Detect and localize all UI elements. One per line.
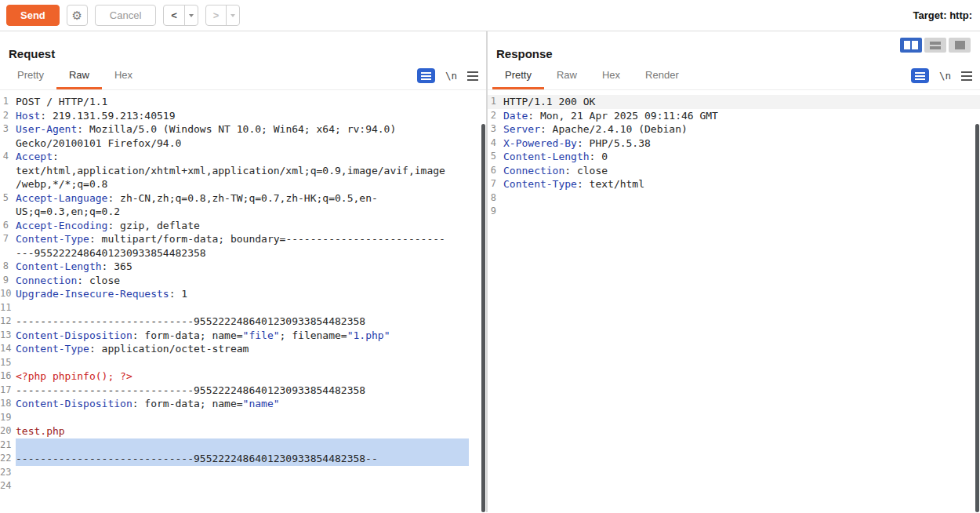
forward-dropdown-button[interactable] (226, 5, 239, 25)
code-line[interactable]: 19 (0, 411, 486, 425)
forward-arrow-label[interactable]: > (206, 5, 227, 25)
code-line[interactable]: 4Accept: text/html,application/xhtml+xml… (0, 150, 486, 191)
settings-gear-button[interactable]: ⚙ (67, 5, 88, 26)
code-line[interactable]: 8Content-Length: 365 (0, 260, 486, 274)
layout-rows-button[interactable] (924, 38, 946, 53)
hamburger-menu-icon[interactable] (467, 71, 478, 81)
line-content: X-Powered-By: PHP/5.5.38 (503, 136, 933, 151)
line-content (16, 479, 445, 493)
code-line[interactable]: 2Host: 219.131.59.213:40519 (0, 109, 486, 123)
line-number: 12 (0, 315, 16, 329)
line-content: Accept-Encoding: gzip, deflate (16, 219, 445, 233)
response-tab-bar: Pretty Raw Hex Render \n (488, 62, 980, 90)
code-line[interactable]: 3User-Agent: Mozilla/5.0 (Windows NT 10.… (0, 122, 486, 150)
hamburger-menu-icon[interactable] (961, 71, 972, 81)
code-line[interactable]: 24 (0, 479, 486, 493)
line-number: 19 (0, 411, 16, 425)
code-line[interactable]: 22-----------------------------955222248… (0, 452, 486, 466)
line-content: Content-Type: text/html (503, 177, 933, 191)
layout-single-button[interactable] (949, 38, 971, 53)
code-line[interactable]: 21 (0, 438, 486, 453)
response-tab-hex[interactable]: Hex (590, 62, 633, 89)
code-line[interactable]: 3Server: Apache/2.4.10 (Debian) (488, 122, 980, 136)
code-line[interactable]: 1HTTP/1.1 200 OK (488, 95, 980, 109)
code-line[interactable]: 8 (488, 191, 980, 206)
back-arrow-label[interactable]: < (164, 5, 184, 25)
code-line[interactable]: 6Connection: close (488, 164, 980, 178)
line-number: 2 (488, 109, 503, 123)
line-content (16, 438, 469, 453)
line-content: POST / HTTP/1.1 (16, 95, 445, 109)
code-line[interactable]: 2Date: Mon, 21 Apr 2025 09:11:46 GMT (488, 109, 980, 123)
request-editor[interactable]: 1POST / HTTP/1.12Host: 219.131.59.213:40… (0, 90, 486, 512)
line-content: Host: 219.131.59.213:40519 (16, 109, 445, 123)
single-pane-icon (955, 41, 965, 49)
line-number: 18 (0, 397, 16, 411)
line-number: 2 (0, 109, 16, 123)
code-line[interactable]: 9Connection: close (0, 274, 486, 288)
line-number: 5 (0, 191, 16, 219)
code-line[interactable]: 11 (0, 301, 486, 315)
request-scrollbar[interactable] (481, 124, 485, 512)
code-line[interactable]: 20test.php (0, 424, 486, 438)
line-content: -----------------------------95522224864… (16, 384, 445, 398)
columns-icon (904, 41, 910, 49)
code-line[interactable]: 4X-Powered-By: PHP/5.5.38 (488, 136, 980, 151)
line-number: 8 (488, 191, 503, 206)
line-number: 14 (0, 342, 16, 356)
line-content: test.php (16, 424, 445, 438)
newline-toggle-icon[interactable]: \n (939, 70, 951, 82)
code-line[interactable]: 5Accept-Language: zh-CN,zh;q=0.8,zh-TW;q… (0, 191, 486, 219)
code-line[interactable]: 7Content-Type: multipart/form-data; boun… (0, 232, 486, 260)
request-tab-pretty[interactable]: Pretty (5, 62, 56, 89)
layout-columns-button[interactable] (900, 38, 922, 53)
line-number: 6 (0, 219, 16, 233)
code-line[interactable]: 16<?php phpinfo(); ?> (0, 369, 486, 384)
prettify-icon[interactable] (911, 68, 929, 83)
code-line[interactable]: 10Upgrade-Insecure-Requests: 1 (0, 287, 486, 301)
line-number: 24 (0, 479, 16, 493)
code-line[interactable]: 18Content-Disposition: form-data; name="… (0, 397, 486, 411)
response-tab-raw[interactable]: Raw (544, 62, 590, 89)
history-forward-button[interactable]: > (205, 5, 241, 26)
send-button[interactable]: Send (6, 5, 60, 26)
code-line[interactable]: 15 (0, 356, 486, 370)
request-tab-raw[interactable]: Raw (56, 62, 102, 89)
response-scrollbar[interactable] (975, 124, 979, 512)
line-content: -----------------------------95522224864… (16, 315, 445, 329)
code-line[interactable]: 6Accept-Encoding: gzip, deflate (0, 219, 486, 233)
target-label[interactable]: Target: http: (913, 9, 972, 21)
line-content: Accept: text/html,application/xhtml+xml,… (16, 150, 445, 191)
newline-toggle-icon[interactable]: \n (445, 70, 457, 82)
code-line[interactable]: 9 (488, 205, 980, 219)
response-tab-render[interactable]: Render (633, 62, 691, 89)
toolbar: Send ⚙ Cancel < > Target: http: (0, 0, 980, 31)
line-number: 6 (488, 164, 503, 178)
line-content: Content-Disposition: form-data; name="na… (16, 397, 445, 411)
line-number: 20 (0, 424, 16, 438)
prettify-icon[interactable] (417, 68, 435, 83)
code-line[interactable]: 7Content-Type: text/html (488, 177, 980, 191)
history-back-button[interactable]: < (163, 5, 198, 26)
line-content: Content-Type: application/octet-stream (16, 342, 445, 356)
code-line[interactable]: 17-----------------------------955222248… (0, 384, 486, 398)
response-tab-pretty[interactable]: Pretty (492, 62, 544, 89)
line-number: 11 (0, 301, 16, 315)
code-line[interactable]: 5Content-Length: 0 (488, 150, 980, 164)
code-line[interactable]: 23 (0, 466, 486, 480)
request-title: Request (9, 47, 55, 60)
code-line[interactable]: 1POST / HTTP/1.1 (0, 95, 486, 109)
line-content: <?php phpinfo(); ?> (16, 369, 445, 384)
code-line[interactable]: 12-----------------------------955222248… (0, 315, 486, 329)
line-content: Content-Disposition: form-data; name="fi… (16, 329, 445, 343)
line-number: 4 (488, 136, 503, 151)
line-number: 9 (0, 274, 16, 288)
line-number: 7 (488, 177, 503, 191)
back-dropdown-button[interactable] (184, 5, 198, 25)
code-line[interactable]: 14Content-Type: application/octet-stream (0, 342, 486, 356)
line-content: Connection: close (16, 274, 445, 288)
cancel-button[interactable]: Cancel (95, 5, 156, 26)
response-editor[interactable]: 1HTTP/1.1 200 OK2Date: Mon, 21 Apr 2025 … (488, 90, 980, 512)
request-tab-hex[interactable]: Hex (102, 62, 145, 89)
code-line[interactable]: 13Content-Disposition: form-data; name="… (0, 329, 486, 343)
